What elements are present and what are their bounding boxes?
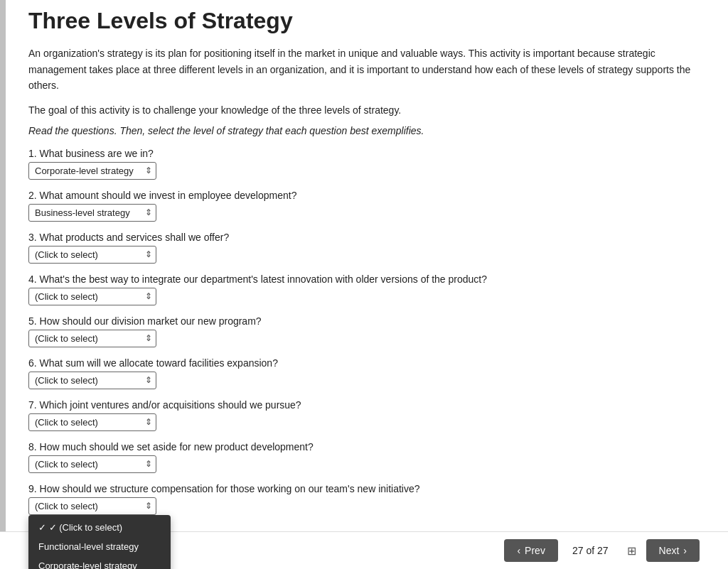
question-block-6: 6. What sum will we allocate toward faci… <box>28 357 700 389</box>
dropdown-popup: ✓ (Click to select)Functional-level stra… <box>28 515 171 569</box>
select-q6[interactable]: (Click to select)Corporate-level strateg… <box>28 372 156 389</box>
question-text-2: 2. What amount should we invest in emplo… <box>28 190 700 201</box>
question-block-1: 1. What business are we in?(Click to sel… <box>28 148 700 180</box>
question-text-7: 7. Which joint ventures and/or acquisiti… <box>28 399 700 411</box>
prev-chevron-icon: ‹ <box>517 545 520 556</box>
question-text-9: 9. How should we structure compensation … <box>28 483 700 494</box>
question-block-3: 3. What products and services shall we o… <box>28 232 700 264</box>
select-q7[interactable]: (Click to select)Corporate-level strateg… <box>28 413 156 431</box>
next-label: Next <box>659 545 680 556</box>
question-text-3: 3. What products and services shall we o… <box>28 232 700 243</box>
select-q9[interactable]: (Click to select)Corporate-level strateg… <box>28 497 156 515</box>
dropdown-item-functional-level-strategy[interactable]: Functional-level strategy <box>28 537 171 556</box>
question-text-8: 8. How much should we set aside for new … <box>28 441 700 453</box>
next-chevron-icon: › <box>683 545 687 556</box>
select-q2[interactable]: (Click to select)Corporate-level strateg… <box>28 204 156 222</box>
dropdown-item-corporate-level-strategy[interactable]: Corporate-level strategy <box>28 556 171 569</box>
question-block-8: 8. How much should we set aside for new … <box>28 441 700 473</box>
of-label: of <box>586 545 597 556</box>
select-q4[interactable]: (Click to select)Corporate-level strateg… <box>28 288 156 305</box>
prev-label: Prev <box>525 545 545 556</box>
page-indicator: 27 of 27 <box>564 545 617 556</box>
current-page: 27 <box>572 545 584 556</box>
prev-button[interactable]: ‹ Prev <box>504 539 557 562</box>
select-q8[interactable]: (Click to select)Corporate-level strateg… <box>28 455 156 473</box>
instruction-paragraph: Read the questions. Then, select the lev… <box>28 125 700 136</box>
question-block-9: 9. How should we structure compensation … <box>28 483 700 515</box>
page-title: Three Levels of Strategy <box>28 7 700 34</box>
question-text-6: 6. What sum will we allocate toward faci… <box>28 357 700 369</box>
goal-paragraph: The goal of this activity is to challeng… <box>28 102 700 118</box>
select-q1[interactable]: (Click to select)Corporate-level strateg… <box>28 162 156 180</box>
questions-container: 1. What business are we in?(Click to sel… <box>28 148 700 515</box>
question-block-7: 7. Which joint ventures and/or acquisiti… <box>28 399 700 431</box>
select-q3[interactable]: (Click to select)Corporate-level strateg… <box>28 246 156 264</box>
intro-paragraph: An organization's strategy is its plan f… <box>28 45 700 93</box>
dropdown-item-(click-to-select)[interactable]: ✓ (Click to select) <box>28 518 171 537</box>
select-q5[interactable]: (Click to select)Corporate-level strateg… <box>28 330 156 347</box>
left-accent <box>0 0 6 569</box>
question-block-2: 2. What amount should we invest in emplo… <box>28 190 700 222</box>
question-text-1: 1. What business are we in? <box>28 148 700 159</box>
question-text-4: 4. What's the best way to integrate our … <box>28 273 700 285</box>
grid-icon[interactable]: ⊞ <box>623 540 641 562</box>
question-block-5: 5. How should our division market our ne… <box>28 315 700 347</box>
next-button[interactable]: Next › <box>646 539 700 562</box>
question-block-4: 4. What's the best way to integrate our … <box>28 273 700 305</box>
total-pages: 27 <box>597 545 609 556</box>
question-text-5: 5. How should our division market our ne… <box>28 315 700 327</box>
